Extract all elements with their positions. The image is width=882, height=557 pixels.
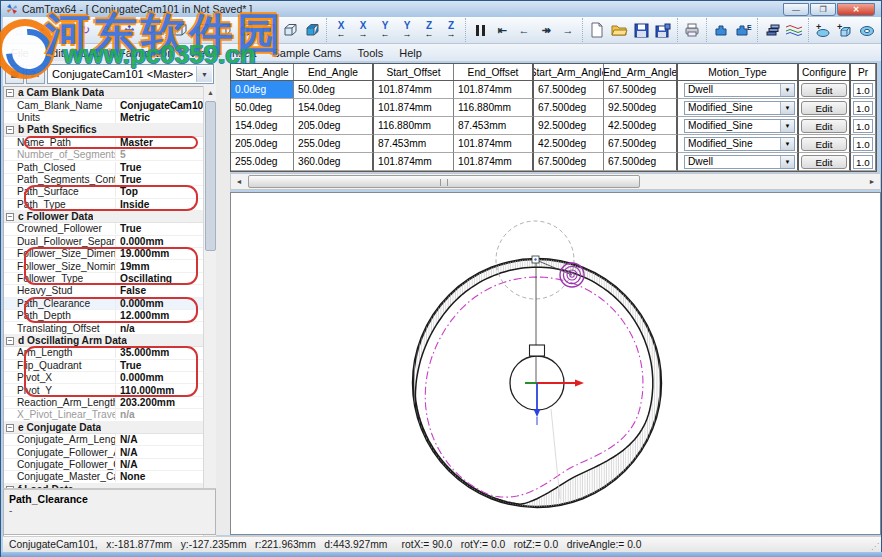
z-minus-icon[interactable]: Z← (418, 19, 440, 41)
x-minus-icon[interactable]: X← (330, 19, 352, 41)
cell-end_angle[interactable]: 255.0deg (294, 135, 374, 153)
property-row[interactable]: Dual_Follower_Separation0.000mm (4, 236, 215, 248)
table-horizontal-scrollbar[interactable]: ◄ ► (230, 173, 881, 190)
scroll-right-icon[interactable]: ► (864, 174, 880, 189)
collapse-icon[interactable]: − (6, 126, 14, 134)
cam-export-icon[interactable]: E (732, 19, 754, 41)
cell-start_angle[interactable]: 255.0deg (231, 153, 294, 171)
iso-view-2-icon[interactable] (191, 19, 213, 41)
chevron-down-icon[interactable]: ▼ (780, 156, 794, 168)
cell-end_arm_angle[interactable]: 67.500deg (604, 153, 678, 171)
cell-end_arm_angle[interactable]: 67.500deg (604, 81, 678, 99)
property-row[interactable]: Follower_TypeOscillating (4, 273, 215, 285)
open-file-icon[interactable] (608, 19, 630, 41)
y-plus-icon[interactable]: Y→ (396, 19, 418, 41)
cell-end_arm_angle[interactable]: 67.500deg (604, 135, 678, 153)
iso-view-1-icon[interactable] (169, 19, 191, 41)
x-plus-icon[interactable]: X→ (352, 19, 374, 41)
iso-view-4-icon[interactable] (235, 19, 257, 41)
collapse-icon[interactable]: − (6, 337, 14, 345)
cell-start_arm_angle[interactable]: 92.500deg (534, 117, 604, 135)
cell-end_angle[interactable]: 154.0deg (294, 99, 374, 117)
motion-type-dropdown[interactable]: Modified_Sine▼ (684, 137, 795, 151)
minimize-button[interactable]: — (783, 3, 809, 16)
iso-view-5-icon[interactable] (257, 19, 279, 41)
sort-button[interactable]: 2↓ (26, 65, 45, 84)
cell-start_angle[interactable]: 50.0deg (231, 99, 294, 117)
column-header-end_offset[interactable]: End_Offset (454, 64, 534, 80)
y-minus-icon[interactable]: Y← (374, 19, 396, 41)
property-row[interactable]: Path_Depth12.000mm (4, 310, 215, 322)
property-row[interactable]: Heavy_StudFalse (4, 285, 215, 297)
shaded-view-icon[interactable] (301, 19, 323, 41)
spin-z-icon[interactable]: ↺ (140, 19, 162, 41)
property-row[interactable]: Path_Segments_ContinuousTrue (4, 174, 215, 186)
iso-view-6-icon[interactable] (279, 19, 301, 41)
menu-cad[interactable]: CAD (72, 46, 111, 60)
pause-icon[interactable] (469, 19, 491, 41)
cam-selector-combobox[interactable]: ConjugateCam101 <Master> ▼ (47, 64, 214, 84)
property-row[interactable]: Conjugate_Master_CamPathNone (4, 471, 215, 483)
resize-grip[interactable]: ⋰ (871, 542, 879, 551)
cell-start_offset[interactable]: 101.874mm (374, 153, 454, 171)
property-row[interactable]: Reaction_Arm_Length203.200mm (4, 397, 215, 409)
pr-value-field[interactable]: 1.0 (853, 137, 873, 151)
cell-end_offset[interactable]: 101.874mm (454, 81, 534, 99)
cell-end_offset[interactable]: 87.453mm (454, 117, 534, 135)
panel-splitter[interactable] (216, 61, 230, 535)
chevron-down-icon[interactable]: ▼ (780, 120, 794, 132)
column-header-end_angle[interactable]: End_Angle (294, 64, 374, 80)
cell-start_offset[interactable]: 87.453mm (374, 135, 454, 153)
property-row[interactable]: Translating_Offsetn/a (4, 322, 215, 334)
pr-value-field[interactable]: 1.0 (853, 101, 873, 115)
cell-start_offset[interactable]: 116.880mm (374, 117, 454, 135)
save-as-icon[interactable] (652, 19, 674, 41)
property-row[interactable]: Conjugate_Follower_Center_[N/A (4, 459, 215, 471)
pr-value-field[interactable]: 1.0 (853, 83, 873, 97)
motion-type-dropdown[interactable]: Modified_Sine▼ (684, 119, 795, 133)
zoom-window-icon[interactable]: ◎ (52, 19, 74, 41)
property-row[interactable]: Flip_QuadrantTrue (4, 360, 215, 372)
column-header-motion_type[interactable]: Motion_Type (678, 64, 799, 80)
property-row[interactable]: UnitsMetric (4, 112, 215, 124)
column-header-start_offset[interactable]: Start_Offset (374, 64, 454, 80)
new-file-icon[interactable] (586, 19, 608, 41)
scroll-left-icon[interactable]: ◄ (231, 174, 247, 189)
menu-edit[interactable]: Edit (37, 46, 72, 60)
cell-end_angle[interactable]: 360.0deg (294, 153, 374, 171)
cell-end_angle[interactable]: 50.0deg (294, 81, 374, 99)
cell-start_arm_angle[interactable]: 67.500deg (534, 153, 604, 171)
motion-type-dropdown[interactable]: Dwell▼ (684, 83, 795, 97)
spin-x-icon[interactable]: ⟳ (96, 19, 118, 41)
menu-sample-cams[interactable]: Sample Cams (265, 46, 350, 60)
cell-start_angle[interactable]: 205.0deg (231, 135, 294, 153)
chevron-down-icon[interactable]: ▼ (780, 84, 794, 96)
step-back-icon[interactable]: ← (513, 19, 535, 41)
property-row[interactable]: Pivot_X0.000mm (4, 372, 215, 384)
rotate-view-icon[interactable]: ↻ (74, 19, 96, 41)
print-icon[interactable] (681, 19, 703, 41)
column-header-start_angle[interactable]: Start_Angle (231, 64, 294, 80)
maximize-button[interactable]: ❐ (810, 3, 836, 16)
property-grid-scrollbar[interactable]: ▲ ▼ (203, 86, 216, 544)
orbit-icon[interactable]: ◔ (30, 19, 52, 41)
cell-start_arm_angle[interactable]: 67.500deg (534, 81, 604, 99)
motion-type-dropdown[interactable]: Dwell▼ (684, 155, 795, 169)
property-category[interactable]: −a Cam Blank Data (4, 87, 215, 99)
column-header-pr[interactable]: Pr (851, 64, 876, 80)
menu-view[interactable]: View (181, 46, 221, 60)
cell-start_arm_angle[interactable]: 42.500deg (534, 135, 604, 153)
cell-end_arm_angle[interactable]: 42.500deg (604, 117, 678, 135)
cell-start_offset[interactable]: 101.874mm (374, 81, 454, 99)
motion-type-dropdown[interactable]: Modified_Sine▼ (684, 101, 795, 115)
cell-end_angle[interactable]: 205.0deg (294, 117, 374, 135)
property-row[interactable]: Path_Clearance0.000mm (4, 298, 215, 310)
pr-value-field[interactable]: 1.0 (853, 155, 873, 169)
menu-tools[interactable]: Tools (350, 46, 392, 60)
new-cylindrical-cam-icon[interactable]: + (812, 19, 834, 41)
cell-start_arm_angle[interactable]: 67.500deg (534, 99, 604, 117)
property-row[interactable]: Number_of_Segments5 (4, 149, 215, 161)
configure-edit-button[interactable]: Edit (801, 83, 847, 97)
collapse-icon[interactable]: − (6, 424, 14, 432)
menu-fabrication[interactable]: Fabrication (111, 46, 181, 60)
